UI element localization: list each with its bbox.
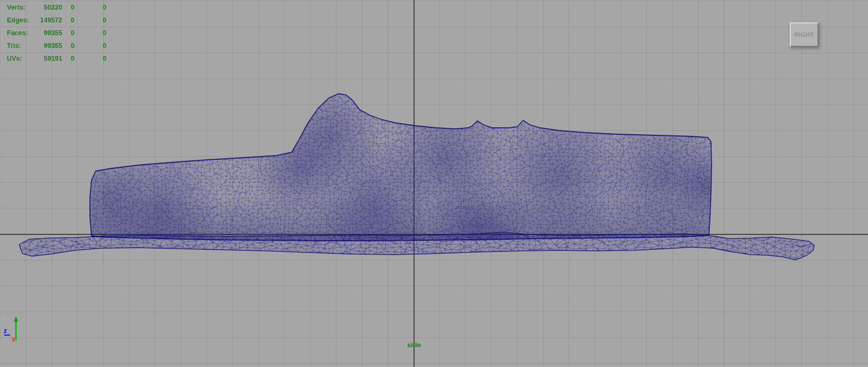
hud-row-tris: Tris: 99355 0 0: [7, 39, 106, 52]
hud-edges-col2: 0: [62, 17, 75, 24]
view-cube-right-button[interactable]: RIGHT: [790, 22, 819, 47]
hud-uvs-count: 59191: [36, 55, 62, 62]
view-name-label: side: [407, 341, 421, 349]
x-axis-label: x: [12, 336, 15, 343]
z-axis-label: z: [4, 327, 7, 335]
hud-row-verts: Verts: 50220 0 0: [7, 1, 106, 14]
hud-verts-count: 50220: [36, 4, 62, 11]
hud-tris-label: Tris:: [7, 42, 36, 50]
hud-uvs-col3: 0: [75, 55, 106, 62]
hud-faces-col3: 0: [75, 29, 106, 37]
maya-orthographic-viewport: Verts: 50220 0 0 Edges: 149572 0 0 Faces…: [0, 0, 868, 367]
hud-tris-col3: 0: [75, 42, 106, 50]
hud-row-uvs: UVs: 59191 0 0: [7, 52, 106, 65]
hud-verts-label: Verts:: [7, 4, 36, 11]
poly-count-hud: Verts: 50220 0 0 Edges: 149572 0 0 Faces…: [7, 1, 106, 65]
hud-edges-count: 149572: [36, 17, 62, 24]
hud-verts-col2: 0: [62, 4, 75, 11]
hud-edges-col3: 0: [75, 17, 106, 24]
hud-row-faces: Faces: 99355 0 0: [7, 27, 106, 39]
hud-tris-count: 99355: [36, 42, 62, 50]
hud-tris-col2: 0: [62, 42, 75, 50]
hud-uvs-col2: 0: [62, 55, 75, 62]
hud-verts-col3: 0: [75, 4, 106, 11]
hud-row-edges: Edges: 149572 0 0: [7, 14, 106, 27]
y-axis-arrowhead: [14, 316, 18, 322]
hud-faces-count: 99355: [36, 29, 62, 37]
hud-uvs-label: UVs:: [7, 55, 36, 62]
view-axis-gizmo: z x: [3, 315, 27, 343]
hud-faces-label: Faces:: [7, 29, 36, 37]
hud-faces-col2: 0: [62, 29, 75, 37]
wireframe-mesh-canvas[interactable]: [0, 0, 868, 367]
hud-edges-label: Edges:: [7, 17, 36, 24]
